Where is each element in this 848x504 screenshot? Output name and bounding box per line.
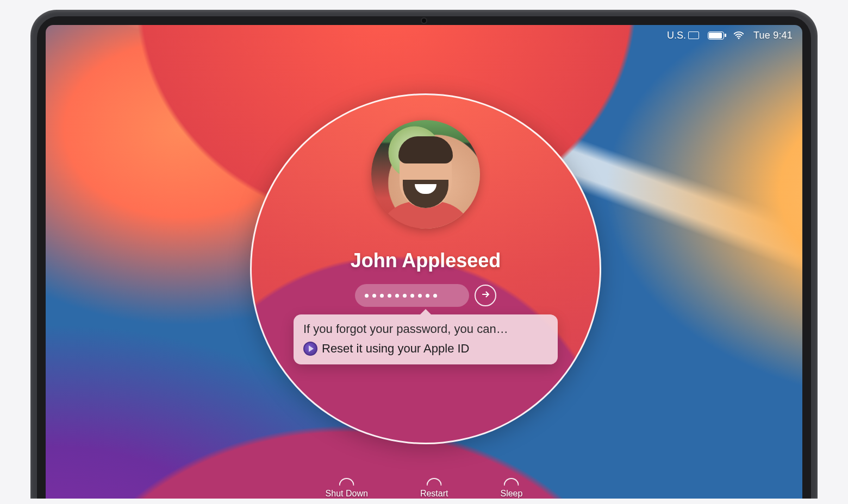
laptop-bezel: U.S. Tue 9:41 [30, 10, 818, 499]
sleep-icon [504, 478, 519, 486]
battery-icon[interactable] [708, 32, 724, 40]
bezel-inner: U.S. Tue 9:41 [37, 16, 811, 499]
input-source-label: U.S. [667, 30, 686, 41]
menu-bar: U.S. Tue 9:41 [667, 29, 793, 41]
hint-action-label: Reset it using your Apple ID [322, 342, 469, 356]
shutdown-label: Shut Down [326, 489, 368, 499]
svg-point-0 [738, 37, 740, 39]
login-magnifier: John Appleseed If you forgot your passwo… [250, 93, 601, 444]
keyboard-icon [688, 32, 699, 39]
hint-title: If you forgot your password, you can… [303, 322, 548, 336]
user-avatar[interactable] [371, 120, 480, 229]
password-hint-popover: If you forgot your password, you can… Re… [294, 314, 558, 364]
password-row [355, 284, 496, 307]
arrow-right-icon [480, 289, 491, 302]
camera-dot [422, 18, 426, 23]
sleep-label: Sleep [500, 489, 522, 499]
password-field[interactable] [355, 284, 469, 307]
clock[interactable]: Tue 9:41 [753, 30, 793, 41]
restart-icon [427, 478, 442, 486]
power-icon [339, 478, 354, 486]
power-row: Shut Down Restart Sleep [326, 478, 523, 499]
password-dots [365, 294, 437, 298]
input-source-indicator[interactable]: U.S. [667, 30, 699, 41]
sleep-button[interactable]: Sleep [500, 478, 522, 499]
restart-button[interactable]: Restart [420, 478, 448, 499]
submit-arrow-button[interactable] [475, 285, 496, 306]
user-display-name: John Appleseed [252, 249, 600, 272]
wifi-icon[interactable] [733, 29, 745, 41]
play-circle-icon [303, 342, 317, 356]
screen: U.S. Tue 9:41 [46, 25, 802, 499]
restart-label: Restart [420, 489, 448, 499]
shutdown-button[interactable]: Shut Down [326, 478, 368, 499]
reset-with-apple-id-button[interactable]: Reset it using your Apple ID [303, 342, 548, 356]
